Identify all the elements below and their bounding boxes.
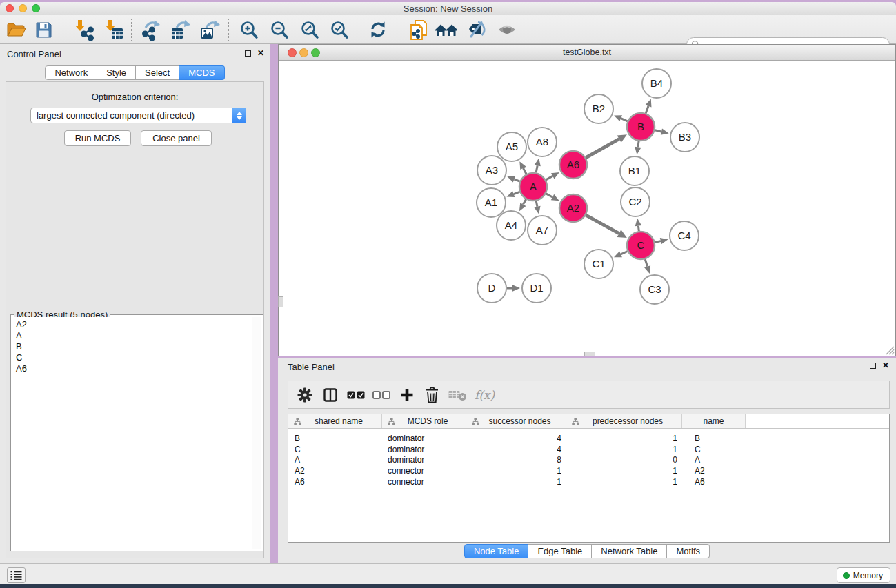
- zoom-window-button[interactable]: [32, 4, 40, 12]
- zoom-fit-button[interactable]: [297, 17, 323, 43]
- tab-style[interactable]: Style: [97, 65, 136, 80]
- column-header-shared-name[interactable]: shared name: [288, 414, 382, 428]
- graph-edge[interactable]: [536, 165, 537, 172]
- create-column-button[interactable]: [394, 382, 419, 407]
- table-cell[interactable]: A6: [288, 477, 382, 487]
- table-cell[interactable]: dominator: [382, 455, 466, 465]
- task-history-button[interactable]: [7, 567, 26, 583]
- node-table[interactable]: shared nameMCDS rolesuccessor nodesprede…: [288, 414, 890, 543]
- column-header-MCDS-role[interactable]: MCDS role: [382, 414, 466, 428]
- table-cell[interactable]: 1: [466, 477, 566, 487]
- tab-motifs[interactable]: Motifs: [667, 544, 710, 558]
- table-row[interactable]: Bdominator41B: [288, 433, 889, 444]
- graph-edge[interactable]: [514, 192, 520, 194]
- column-header-predecessor-nodes[interactable]: predecessor nodes: [566, 414, 682, 428]
- zoom-in-button[interactable]: [236, 17, 262, 43]
- graph-edge[interactable]: [586, 215, 619, 233]
- export-image-button[interactable]: [197, 17, 223, 43]
- tab-network-table[interactable]: Network Table: [592, 544, 667, 558]
- graph-edge[interactable]: [546, 176, 552, 179]
- table-row[interactable]: Cdominator41C: [288, 444, 889, 455]
- table-settings-button[interactable]: [292, 382, 317, 407]
- zoom-out-button[interactable]: [266, 17, 292, 43]
- mcds-result-item[interactable]: A: [16, 330, 252, 341]
- save-session-button[interactable]: [30, 17, 57, 43]
- tab-network[interactable]: Network: [45, 65, 97, 80]
- table-cell[interactable]: dominator: [382, 434, 466, 443]
- new-network-from-selection-button[interactable]: [406, 17, 432, 43]
- graph-edge[interactable]: [655, 241, 660, 243]
- show-graphics-details-button[interactable]: [494, 17, 520, 43]
- graph-edge[interactable]: [645, 259, 647, 267]
- table-row[interactable]: A6connector11A6: [288, 476, 889, 487]
- table-cell[interactable]: connector: [382, 477, 466, 487]
- graph-edge[interactable]: [523, 199, 526, 204]
- splitter-handle-left[interactable]: [278, 296, 283, 307]
- mcds-result-item[interactable]: B: [16, 341, 252, 352]
- table-cell[interactable]: 1: [466, 466, 566, 476]
- graph-edge[interactable]: [546, 194, 552, 197]
- close-panel-icon[interactable]: ✕: [882, 362, 889, 369]
- minimize-window-button[interactable]: [19, 4, 27, 12]
- table-cell[interactable]: A: [288, 455, 382, 465]
- optimization-criterion-dropdown[interactable]: largest connected component (directed): [30, 108, 246, 123]
- refresh-button[interactable]: [365, 17, 391, 43]
- table-cell[interactable]: 1: [566, 466, 682, 476]
- hide-labels-button[interactable]: [463, 17, 489, 43]
- graph-edge[interactable]: [646, 106, 648, 113]
- zoom-selected-button[interactable]: [326, 17, 352, 43]
- table-cell[interactable]: A2: [682, 466, 746, 476]
- close-window-button[interactable]: [6, 4, 14, 12]
- column-header-name[interactable]: name: [682, 414, 746, 428]
- table-cell[interactable]: dominator: [382, 445, 466, 454]
- graph-edge[interactable]: [514, 179, 519, 181]
- show-column-button[interactable]: [317, 382, 343, 407]
- resize-grip-icon[interactable]: [884, 344, 895, 355]
- table-cell[interactable]: connector: [382, 466, 466, 476]
- graph-edge[interactable]: [621, 119, 627, 121]
- mcds-result-item[interactable]: A2: [16, 319, 252, 330]
- delete-columns-button[interactable]: [419, 382, 445, 407]
- table-cell[interactable]: A6: [682, 477, 746, 487]
- table-cell[interactable]: B: [682, 434, 746, 443]
- float-panel-icon[interactable]: [245, 50, 251, 57]
- graph-edge[interactable]: [523, 168, 526, 174]
- float-panel-icon[interactable]: [870, 363, 876, 369]
- export-network-button[interactable]: [137, 17, 163, 43]
- mcds-result-item[interactable]: C: [16, 352, 252, 363]
- select-all-button[interactable]: [343, 382, 368, 407]
- graph-edge[interactable]: [621, 251, 628, 254]
- network-graph[interactable]: AA1A2A3A4A5A6A7A8BB1B2B3B4CC1C2C3C4DD1: [279, 61, 895, 356]
- tab-node-table[interactable]: Node Table: [464, 544, 529, 558]
- run-mcds-button[interactable]: Run MCDS: [64, 130, 131, 146]
- table-cell[interactable]: 4: [466, 434, 566, 443]
- import-table-button[interactable]: [100, 17, 126, 43]
- export-table-button[interactable]: [167, 17, 193, 43]
- table-cell[interactable]: 1: [566, 434, 682, 443]
- home-pages-button[interactable]: [433, 17, 459, 43]
- table-row[interactable]: Adominator80A: [288, 455, 889, 466]
- table-cell[interactable]: 4: [466, 445, 566, 454]
- tab-select[interactable]: Select: [136, 65, 179, 80]
- table-cell[interactable]: B: [288, 434, 382, 443]
- unselect-all-button[interactable]: [368, 382, 394, 407]
- mcds-result-list[interactable]: A2ABCA6: [13, 317, 252, 549]
- network-canvas[interactable]: AA1A2A3A4A5A6A7A8BB1B2B3B4CC1C2C3C4DD1: [279, 61, 895, 356]
- result-list-scrollbar[interactable]: [252, 317, 261, 549]
- table-cell[interactable]: 8: [466, 455, 566, 465]
- column-header-successor-nodes[interactable]: successor nodes: [466, 414, 566, 428]
- open-session-button[interactable]: [3, 17, 29, 43]
- table-cell[interactable]: 1: [566, 445, 682, 454]
- graph-edge[interactable]: [638, 226, 639, 231]
- graph-edge[interactable]: [655, 130, 661, 132]
- splitter-handle-bottom[interactable]: [584, 352, 595, 356]
- tab-edge-table[interactable]: Edge Table: [528, 544, 592, 558]
- table-cell[interactable]: C: [288, 445, 382, 454]
- table-cell[interactable]: C: [682, 445, 746, 454]
- graph-edge[interactable]: [536, 201, 537, 207]
- graph-edge[interactable]: [638, 141, 639, 148]
- memory-button[interactable]: Memory: [837, 567, 890, 583]
- import-network-button[interactable]: [70, 17, 96, 43]
- table-cell[interactable]: 1: [566, 477, 682, 487]
- table-cell[interactable]: A2: [288, 466, 382, 476]
